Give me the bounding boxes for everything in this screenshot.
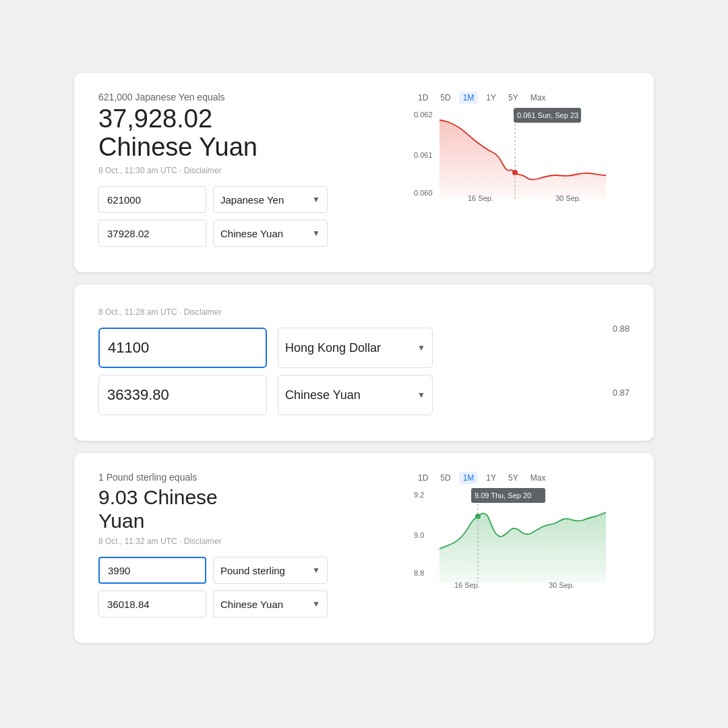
card2-y-labels: 0.88 0.87 [613,303,630,398]
card3-dropdown-arrow-2: ▼ [312,599,320,609]
tab-1y-card1[interactable]: 1Y [482,92,500,104]
card1-y-label-2: 0.061 [414,151,433,159]
tab-max-card1[interactable]: Max [526,92,550,104]
card1-dropdown-arrow-2: ▼ [312,229,320,238]
card3-y-label-3: 8.8 [414,569,424,577]
tab-max-card3[interactable]: Max [526,472,550,484]
card1-time-tabs: 1D 5D 1M 1Y 5Y Max [414,92,630,104]
card3-currency: Yuan [98,510,400,533]
card3-currency-select-2[interactable]: Chinese Yuan ▼ [213,590,328,617]
card3-row1: Pound sterling ▼ [98,557,400,584]
card3-chart-area: 1D 5D 1M 1Y 5Y Max 9.2 9.0 8.8 [414,472,630,624]
card1-currency-select-2[interactable]: Chinese Yuan ▼ [213,220,328,247]
card1-main-value: 37,928.02 [98,105,400,133]
card-jpy-cny: 621,000 Japanese Yen equals 37,928.02 Ch… [74,73,654,273]
card3-dropdown-arrow-1: ▼ [312,566,320,575]
card2-currency-label-1: Hong Kong Dollar [285,341,381,355]
card1-amount-input[interactable] [98,186,206,213]
card1-x-label-2: 30 Sep. [555,194,581,202]
card3-subtitle: 1 Pound sterling equals [98,472,400,483]
card2-y-label-low: 0.87 [613,388,630,398]
tab-5d-card1[interactable]: 5D [436,92,454,104]
card2-timestamp: 8 Oct., 11:28 am UTC · Disclaimer [98,307,599,317]
card1-currency-select-1-label: Japanese Yen [220,194,284,206]
card2-currency-label-2: Chinese Yuan [285,388,361,402]
card3-row2: Chinese Yuan ▼ [98,590,400,617]
tab-5y-card3[interactable]: 5Y [504,472,522,484]
tab-5d-card3[interactable]: 5D [436,472,454,484]
card3-currency-select-1[interactable]: Pound sterling ▼ [213,557,328,584]
card3-time-tabs: 1D 5D 1M 1Y 5Y Max [414,472,630,484]
card-gbp-cny: 1 Pound sterling equals 9.03 Chinese Yua… [74,453,654,643]
card1-dropdown-arrow-1: ▼ [312,195,320,204]
tab-5y-card1[interactable]: 5Y [504,92,522,104]
card1-x-label-1: 16 Sep. [468,194,493,202]
card2-currency-select-1[interactable]: Hong Kong Dollar ▼ [278,328,433,368]
card1-result-input[interactable] [98,220,206,247]
card2-amount-input[interactable] [98,328,267,368]
card1-currency-select-1[interactable]: Japanese Yen ▼ [213,186,328,213]
card3-y-label-1: 9.2 [414,491,424,499]
card3-y-label-2: 9.0 [414,531,424,539]
card1-y-label-1: 0.062 [414,111,433,119]
card3-area-fill [439,512,606,582]
card1-currency-select-2-label: Chinese Yuan [220,228,283,239]
card3-x-label-1: 16 Sep. [454,581,480,589]
card2-currency-select-2[interactable]: Chinese Yuan ▼ [278,375,433,415]
card3-result-input[interactable] [98,590,206,617]
tab-1d-card3[interactable]: 1D [414,472,432,484]
card3-chart: 9.2 9.0 8.8 [414,488,630,582]
card3-currency-label-1: Pound sterling [220,565,285,576]
card1-timestamp: 8 Oct., 11:30 am UTC · Disclaimer [98,166,400,175]
tab-1d-card1[interactable]: 1D [414,92,432,104]
card3-x-label-2: 30 Sep. [549,581,574,589]
card1-row2: Chinese Yuan ▼ [98,220,400,247]
card1-chart: 0.062 0.061 0.060 [414,108,630,202]
card3-main-value: 9.03 Chinese [98,485,400,510]
card3-timestamp: 8 Oct., 11:32 am UTC · Disclaimer [98,537,400,546]
card1-row1: Japanese Yen ▼ [98,186,400,213]
card3-tooltip-text: 9.09 Thu, Sep 20 [475,491,531,499]
card2-result-input[interactable] [98,375,267,415]
card1-chart-area: 1D 5D 1M 1Y 5Y Max 0.062 0.061 0.060 [414,92,630,254]
tab-1m-card1[interactable]: 1M [459,92,479,104]
card2-row2: Chinese Yuan ▼ [98,375,599,415]
card1-currency: Chinese Yuan [98,133,400,162]
card3-amount-input[interactable] [98,557,206,584]
card2-dropdown-arrow-1: ▼ [417,343,425,353]
card3-currency-label-2: Chinese Yuan [220,599,283,610]
card2-row1: Hong Kong Dollar ▼ [98,328,599,368]
card2-dropdown-arrow-2: ▼ [417,390,425,400]
card1-y-label-3: 0.060 [414,189,433,197]
card1-subtitle: 621,000 Japanese Yen equals [98,92,400,102]
card-hkd-cny: 8 Oct., 11:28 am UTC · Disclaimer Hong K… [74,284,654,441]
tab-1y-card3[interactable]: 1Y [482,472,500,484]
card2-y-label-high: 0.88 [613,324,630,334]
tab-1m-card3[interactable]: 1M [459,472,479,484]
card1-tooltip-text: 0.061 Sun, Sep 23 [517,111,578,119]
